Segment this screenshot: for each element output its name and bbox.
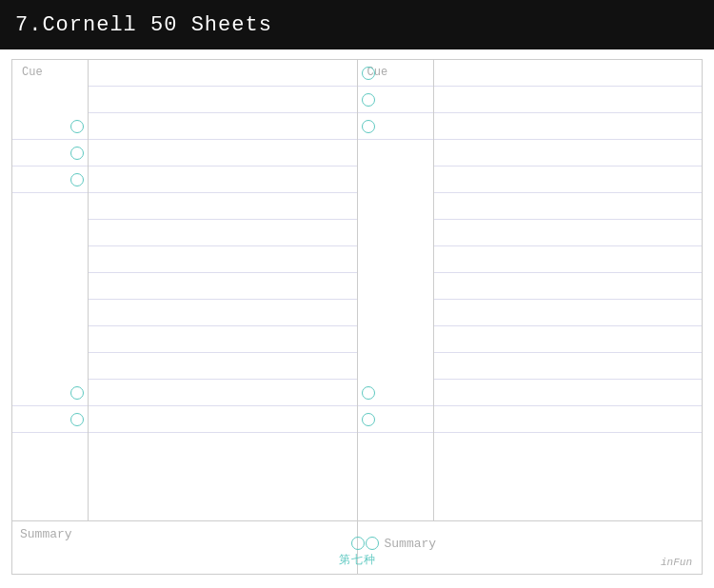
- notes-col-left: [89, 60, 357, 520]
- summary-label-left: Summary: [20, 527, 72, 541]
- circle-left-3: [70, 120, 84, 133]
- title-bar: 7.Cornell 50 Sheets: [0, 0, 714, 49]
- brand-label: inFun: [661, 557, 692, 568]
- circle-left-5: [70, 173, 84, 186]
- circle-left-13: [70, 386, 84, 400]
- circle-right-2: [362, 120, 375, 133]
- summary-left: Summary: [12, 521, 358, 574]
- circle-right-13: [362, 413, 375, 426]
- summary-label-right: Summary: [385, 537, 437, 551]
- right-page: Cue: [358, 60, 703, 520]
- page-container: Cue: [11, 59, 703, 575]
- summary-right: Summary: [358, 521, 703, 574]
- circle-right-1: [362, 93, 375, 107]
- circle-left-4: [70, 147, 84, 160]
- left-page: Cue: [12, 60, 358, 520]
- notes-col-right: [434, 60, 703, 520]
- summary-circle-left: [351, 537, 365, 550]
- circle-right-0: [362, 67, 375, 80]
- circle-left-14: [70, 413, 84, 426]
- cue-col-left: Cue: [12, 60, 89, 520]
- summary-circle-right: [366, 537, 379, 550]
- cue-col-right: Cue: [358, 60, 434, 520]
- circle-right-12: [362, 386, 375, 400]
- main-content: Cue: [12, 60, 702, 520]
- footer-label: 第七种: [339, 552, 376, 568]
- page-title: 7.Cornell 50 Sheets: [15, 13, 272, 37]
